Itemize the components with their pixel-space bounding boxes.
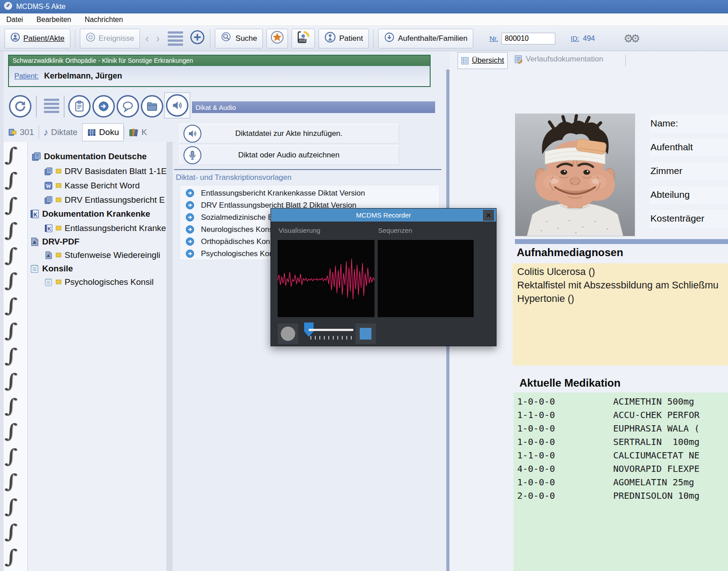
info-row-kostentraeger: Kostenträger: [650, 210, 728, 228]
medication-row: 4-0-0-0NOVORAPID FLEXPE: [514, 463, 728, 477]
tree-item-psychologisches-konsil[interactable]: Psychologisches Konsil: [44, 277, 154, 287]
info-label: Kostenträger: [650, 213, 704, 223]
arrow-circle-icon: [185, 201, 195, 210]
tab-verlaufsdokumentation[interactable]: Verlaufsdokumentation: [514, 55, 603, 64]
volume-slider-track[interactable]: [309, 329, 353, 331]
nav-back-icon[interactable]: ‹: [144, 32, 151, 45]
patient-link[interactable]: Patient:: [14, 72, 39, 80]
rfid-icon: RFID: [296, 30, 311, 47]
menu-nachrichten[interactable]: Nachrichten: [85, 16, 123, 24]
stop-square-icon: [360, 328, 371, 340]
tree-item-drv-entlassungsbericht[interactable]: DRV Entlassungsbericht E: [44, 195, 165, 205]
list-view-icon[interactable]: [165, 31, 186, 46]
patient-name: Kerbelmann, Jürgen: [44, 71, 122, 81]
left-tab-bar: 301 ♪ Diktate Doku K: [4, 123, 166, 142]
tab-separator: [625, 55, 626, 66]
tree-item-stufenweise-wiedereingliederung[interactable]: Stufenweise Wiedereingli: [44, 250, 160, 260]
tab-konsile[interactable]: K: [124, 123, 152, 141]
app-icon: [4, 1, 13, 12]
flag-icon: [56, 197, 62, 203]
audio-tool-tile[interactable]: [164, 92, 190, 118]
tree-label: Entlassungsbericht Kranke: [65, 223, 166, 233]
id-value: 494: [583, 35, 595, 43]
ereignisse-button[interactable]: Ereignisse: [80, 29, 140, 48]
tree-label: Psychologisches Konsil: [65, 277, 154, 287]
diagnosis-line: Colitis Ulcerosa (): [517, 265, 724, 279]
tab-doku-label: Doku: [99, 127, 119, 137]
close-icon[interactable]: ✕: [483, 210, 494, 221]
rfid-button[interactable]: RFID: [292, 29, 315, 48]
recorder-title: MCDMS Recorder: [356, 211, 411, 219]
info-row-name: Name:: [650, 115, 728, 133]
refresh-button[interactable]: [9, 95, 31, 118]
flag-icon: [56, 169, 62, 174]
add-dictation-file-button[interactable]: Diktatdatei zur Akte hinzufügen.: [179, 124, 399, 144]
list-lines-icon[interactable]: [41, 99, 62, 113]
nr-input[interactable]: [501, 33, 555, 44]
progress-doc-icon: [514, 55, 523, 64]
tab-diktate[interactable]: ♪ Diktate: [39, 123, 82, 141]
spiral-binding: ∫∫∫∫∫∫∫∫∫∫∫∫∫∫∫∫∫: [4, 142, 28, 571]
info-label: Abteilung: [650, 189, 690, 200]
suche-button[interactable]: Suche: [215, 29, 263, 48]
record-dictation-button[interactable]: Diktat oder Audio aufzeichnen: [179, 145, 399, 165]
tree-group-dokumentation-deutsche[interactable]: Dokumentation Deutsche: [31, 152, 147, 161]
window-edge: [0, 51, 4, 571]
patient-akte-button[interactable]: Patient/Akte: [4, 29, 70, 48]
tab-301[interactable]: 301: [4, 123, 39, 141]
aufenthalte-familien-label: Aufenthalte/Familien: [398, 34, 467, 43]
tree-label: DRV-PDF: [42, 237, 79, 247]
comment-button[interactable]: [117, 95, 139, 118]
stop-button[interactable]: [355, 323, 376, 344]
tree-group-drv-pdf[interactable]: DRV-PDF: [30, 237, 79, 247]
tree-group-konsile[interactable]: Konsile: [30, 264, 73, 274]
recorder-title-bar: MCDMS Recorder: [271, 209, 496, 222]
favorites-button[interactable]: [266, 29, 288, 48]
star-icon: [270, 31, 284, 46]
info-label: Zimmer: [650, 166, 682, 176]
mcdms-recorder-dialog: MCDMS Recorder ✕ Visualisierung Sequenze…: [270, 208, 497, 346]
folder-button[interactable]: [141, 95, 163, 118]
tree-group-dokumentation-krankenkasse[interactable]: K Dokumentation Krankenke: [30, 209, 150, 219]
patient-photo: [515, 113, 635, 236]
svg-text:RFID: RFID: [300, 39, 305, 42]
add-icon[interactable]: [189, 29, 205, 48]
template-item[interactable]: Entlassungsbericht Krankenkasse Diktat V…: [180, 187, 439, 199]
menu-datei[interactable]: Datei: [6, 16, 23, 24]
tree-label: Kasse Bericht Word: [65, 181, 140, 191]
flag-icon: [56, 226, 62, 231]
settings-gears-icon[interactable]: ⚙⚙: [623, 32, 637, 45]
process-button[interactable]: [92, 95, 115, 118]
flag-icon: [56, 279, 62, 285]
nr-label[interactable]: Nr.: [489, 35, 498, 42]
patient-button[interactable]: Patient: [318, 29, 369, 48]
panel-divider[interactable]: [166, 142, 173, 571]
toolbar-separator: [210, 29, 210, 48]
id-label[interactable]: ID:: [571, 35, 579, 42]
arrow-circle-icon: [185, 225, 195, 234]
medication-row: 1-0-0-0SERTRALIN 100mg: [514, 436, 728, 450]
diagnosis-line: Hypertonie (): [517, 292, 724, 305]
slider-tick-marks: [310, 336, 354, 340]
record-button[interactable]: [278, 323, 298, 344]
template-label: Entlassungsbericht Krankenkasse Diktat V…: [201, 189, 365, 198]
tree-label: Dokumentation Krankenke: [42, 209, 150, 219]
clipboard-button[interactable]: [68, 95, 91, 118]
tree-item-kasse-bericht-word[interactable]: W Kasse Bericht Word: [44, 181, 140, 191]
tab-uebersicht[interactable]: Übersicht: [458, 52, 508, 69]
medication-title: Aktuelle Medikation: [519, 377, 620, 389]
info-label: Aufenthalt: [650, 142, 693, 152]
suche-label: Suche: [235, 34, 257, 43]
patient-row: Patient: Kerbelmann, Jürgen: [9, 66, 430, 86]
patient-icon: [324, 31, 336, 45]
aufenthalte-familien-button[interactable]: Aufenthalte/Familien: [378, 29, 473, 48]
tree-item-entlassungsbericht-krankenkasse[interactable]: K Entlassungsbericht Kranke: [44, 223, 166, 233]
tree-item-drv-basisdaten[interactable]: DRV Basisdaten Blatt 1-1E: [44, 166, 167, 176]
tab-doku[interactable]: Doku: [82, 123, 124, 141]
nav-forward-icon[interactable]: ›: [154, 32, 161, 45]
visualisierung-label: Visualisierung: [279, 227, 320, 234]
speaker-icon: [183, 125, 201, 143]
arrow-circle-icon: [185, 237, 195, 246]
sequences-display: [378, 240, 474, 317]
menu-bearbeiten[interactable]: Bearbeiten: [36, 16, 71, 24]
